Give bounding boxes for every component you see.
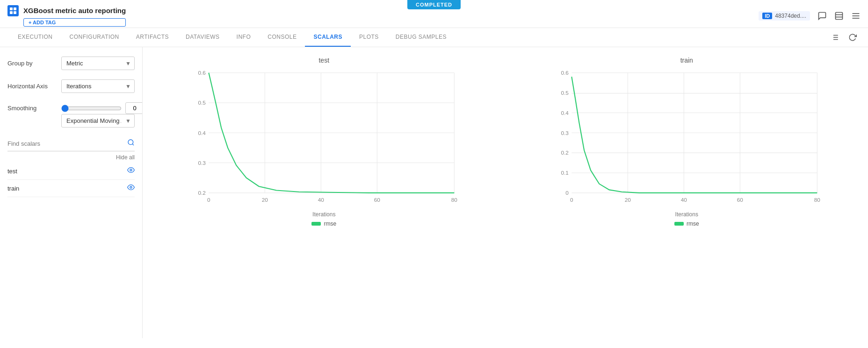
tab-info[interactable]: INFO	[228, 28, 260, 47]
add-tag-button[interactable]: + ADD TAG	[23, 18, 126, 27]
svg-rect-0	[10, 7, 13, 10]
chart-test-legend: rmse	[311, 220, 336, 227]
chart-test-svg: 0.6 0.5 0.4 0.3 0.2 0 20 40 60 80	[152, 68, 496, 208]
header-right: ID 48374ded....	[759, 11, 861, 21]
refresh-button[interactable]	[846, 29, 859, 45]
tab-plots[interactable]: PLOTS	[351, 28, 387, 47]
horizontal-axis-select-wrapper: Iterations Time ▼	[61, 79, 135, 93]
tab-dataviews[interactable]: DATAVIEWS	[177, 28, 228, 47]
svg-text:20: 20	[624, 197, 631, 203]
horizontal-axis-label: Horizontal Axis	[7, 83, 57, 90]
scalar-item-test: test	[7, 163, 135, 180]
chart-test: test 0.6 0.5 0.4 0.3 0.2	[143, 52, 506, 232]
hide-all-label[interactable]: Hide all	[116, 154, 135, 161]
smoothing-row: Smoothing	[7, 102, 135, 114]
chart-train-legend-color	[674, 222, 684, 226]
svg-rect-3	[14, 11, 16, 14]
smoothing-section: Smoothing Exponential Moving Av... None …	[7, 102, 135, 128]
chart-train-legend-label: rmse	[687, 220, 699, 227]
chart-train-svg: 0.6 0.5 0.4 0.3 0.2 0.1 0 0 20 40 60 80	[515, 68, 859, 208]
svg-point-18	[130, 169, 132, 171]
svg-text:60: 60	[737, 197, 743, 203]
page-title: XGBoost metric auto reporting	[23, 7, 126, 14]
svg-text:80: 80	[814, 197, 820, 203]
logo-icon	[7, 5, 19, 16]
smoothing-slider[interactable]	[61, 105, 122, 112]
id-badge: ID 48374ded....	[759, 11, 810, 21]
svg-text:80: 80	[451, 197, 458, 203]
search-row	[7, 139, 135, 151]
smoothing-label: Smoothing	[7, 105, 57, 112]
horizontal-axis-row: Horizontal Axis Iterations Time ▼	[7, 79, 135, 93]
smoothing-method-row: Exponential Moving Av... None ▼	[61, 114, 135, 128]
chart-train: train 0.6 0.5 0.4 0.3 0.2 0.1	[506, 52, 868, 232]
find-scalars-section: Hide all test train	[7, 139, 135, 197]
chart-train-wrapper: 0.6 0.5 0.4 0.3 0.2 0.1 0 0 20 40 60 80	[515, 68, 859, 209]
chart-test-wrapper: 0.6 0.5 0.4 0.3 0.2 0 20 40 60 80	[152, 68, 496, 209]
scalar-test-label: test	[7, 168, 17, 175]
chart-test-title: test	[318, 57, 329, 64]
search-input[interactable]	[7, 140, 127, 147]
id-label: ID	[762, 13, 772, 19]
svg-text:0.2: 0.2	[561, 149, 568, 156]
scalar-train-eye-icon[interactable]	[127, 184, 135, 193]
svg-text:0.2: 0.2	[198, 190, 206, 196]
svg-text:0.4: 0.4	[198, 130, 206, 136]
svg-text:0.4: 0.4	[561, 110, 569, 116]
svg-text:0.5: 0.5	[198, 99, 206, 106]
comment-button[interactable]	[817, 11, 827, 21]
svg-point-19	[130, 186, 132, 188]
chart-train-x-label: Iterations	[675, 211, 698, 218]
tab-console[interactable]: CONSOLE	[259, 28, 305, 47]
chart-test-x-label: Iterations	[312, 211, 335, 218]
main-layout: Group by Metric None ▼ Horizontal Axis I…	[0, 47, 868, 338]
horizontal-axis-select[interactable]: Iterations Time	[61, 79, 135, 93]
smoothing-method-select[interactable]: Exponential Moving Av... None	[61, 114, 135, 128]
scalar-test-eye-icon[interactable]	[127, 166, 135, 176]
svg-rect-1	[14, 7, 16, 10]
group-by-label: Group by	[7, 60, 57, 67]
svg-line-17	[132, 144, 134, 145]
scalar-train-label: train	[7, 185, 19, 192]
tab-artifacts[interactable]: ARTIFACTS	[128, 28, 177, 47]
chart-test-legend-color	[311, 222, 321, 226]
hide-all-row: Hide all	[7, 151, 135, 163]
tab-debug-samples[interactable]: DEBUG SAMPLES	[387, 28, 455, 47]
svg-text:0.6: 0.6	[561, 70, 569, 76]
chart-train-title: train	[680, 57, 693, 64]
group-by-select[interactable]: Metric None	[61, 57, 135, 70]
svg-text:0.6: 0.6	[198, 70, 206, 76]
svg-rect-2	[10, 11, 13, 14]
chart-test-legend-label: rmse	[324, 220, 336, 227]
chart-area: test 0.6 0.5 0.4 0.3 0.2	[143, 47, 868, 338]
svg-text:0.3: 0.3	[561, 130, 569, 136]
search-icon[interactable]	[127, 139, 135, 148]
tab-configuration[interactable]: CONFIGURATION	[61, 28, 128, 47]
nav-tabs: EXECUTION CONFIGURATION ARTIFACTS DATAVI…	[0, 28, 868, 47]
title-row: XGBoost metric auto reporting	[7, 5, 126, 16]
svg-text:60: 60	[374, 197, 381, 203]
group-by-select-wrapper: Metric None ▼	[61, 57, 135, 70]
svg-text:40: 40	[680, 197, 687, 203]
svg-text:0.3: 0.3	[198, 160, 206, 166]
header-left: XGBoost metric auto reporting + ADD TAG	[7, 5, 126, 27]
id-value: 48374ded....	[775, 13, 806, 19]
tab-execution[interactable]: EXECUTION	[9, 28, 61, 47]
smoothing-method-select-wrapper: Exponential Moving Av... None ▼	[61, 114, 135, 128]
svg-text:0: 0	[565, 190, 569, 196]
svg-text:0: 0	[207, 197, 210, 203]
layout-button[interactable]	[834, 11, 844, 21]
status-badge: COMPLETED	[407, 0, 461, 9]
menu-button[interactable]	[851, 11, 861, 21]
svg-text:40: 40	[318, 197, 325, 203]
smoothing-value-input[interactable]	[125, 102, 143, 114]
scalar-item-train: train	[7, 180, 135, 197]
svg-text:0.5: 0.5	[561, 90, 569, 96]
sidebar: Group by Metric None ▼ Horizontal Axis I…	[0, 47, 143, 338]
svg-rect-4	[836, 12, 843, 19]
chart-train-legend: rmse	[674, 220, 699, 227]
list-view-button[interactable]	[829, 29, 841, 45]
svg-text:0.1: 0.1	[561, 170, 568, 176]
tab-scalars[interactable]: SCALARS	[305, 28, 351, 47]
svg-point-16	[128, 140, 133, 145]
